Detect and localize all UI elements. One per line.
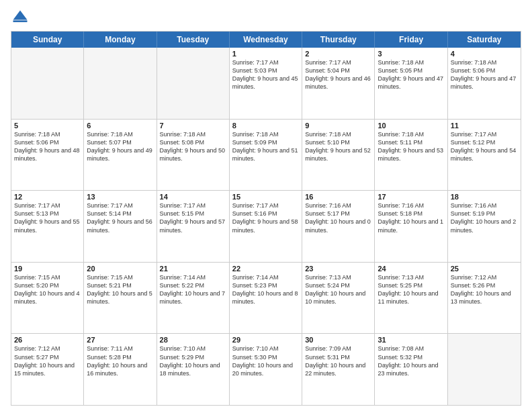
- day-info: Sunrise: 7:17 AM Sunset: 5:14 PM Dayligh…: [87, 201, 153, 234]
- day-number: 14: [160, 193, 226, 201]
- day-info: Sunrise: 7:18 AM Sunset: 5:07 PM Dayligh…: [87, 130, 153, 163]
- day-info: Sunrise: 7:17 AM Sunset: 5:13 PM Dayligh…: [14, 201, 81, 234]
- day-number: 10: [378, 122, 444, 130]
- day-cell-28: 28Sunrise: 7:10 AM Sunset: 5:29 PM Dayli…: [157, 334, 230, 405]
- calendar: SundayMondayTuesdayWednesdayThursdayFrid…: [11, 31, 521, 406]
- day-info: Sunrise: 7:10 AM Sunset: 5:30 PM Dayligh…: [232, 345, 299, 377]
- day-cell-20: 20Sunrise: 7:15 AM Sunset: 5:21 PM Dayli…: [84, 263, 157, 334]
- day-cell-26: 26Sunrise: 7:12 AM Sunset: 5:27 PM Dayli…: [11, 334, 84, 405]
- day-number: 6: [87, 122, 153, 130]
- day-cell-23: 23Sunrise: 7:13 AM Sunset: 5:24 PM Dayli…: [302, 263, 375, 334]
- day-number: 1: [232, 50, 299, 58]
- day-cell-5: 5Sunrise: 7:18 AM Sunset: 5:06 PM Daylig…: [11, 120, 84, 191]
- day-header-thursday: Thursday: [302, 32, 375, 48]
- day-number: 2: [305, 50, 371, 58]
- day-info: Sunrise: 7:15 AM Sunset: 5:20 PM Dayligh…: [14, 273, 81, 306]
- day-info: Sunrise: 7:18 AM Sunset: 5:06 PM Dayligh…: [14, 130, 81, 163]
- day-cell-9: 9Sunrise: 7:18 AM Sunset: 5:10 PM Daylig…: [302, 120, 375, 191]
- day-number: 24: [378, 265, 444, 273]
- day-info: Sunrise: 7:12 AM Sunset: 5:26 PM Dayligh…: [451, 273, 518, 306]
- week-row-1: 1Sunrise: 7:17 AM Sunset: 5:03 PM Daylig…: [11, 48, 521, 120]
- day-cell-22: 22Sunrise: 7:14 AM Sunset: 5:23 PM Dayli…: [230, 263, 302, 334]
- day-number: 29: [232, 336, 299, 344]
- day-number: 4: [451, 50, 518, 58]
- week-row-5: 26Sunrise: 7:12 AM Sunset: 5:27 PM Dayli…: [11, 334, 521, 405]
- day-info: Sunrise: 7:10 AM Sunset: 5:29 PM Dayligh…: [160, 345, 226, 377]
- day-number: 28: [160, 336, 226, 344]
- day-number: 18: [451, 193, 518, 201]
- day-header-monday: Monday: [84, 32, 157, 48]
- day-number: 27: [87, 336, 153, 344]
- calendar-body: 1Sunrise: 7:17 AM Sunset: 5:03 PM Daylig…: [11, 48, 521, 405]
- day-number: 11: [451, 122, 518, 130]
- day-info: Sunrise: 7:15 AM Sunset: 5:21 PM Dayligh…: [87, 273, 153, 306]
- day-number: 16: [305, 193, 371, 201]
- day-cell-10: 10Sunrise: 7:18 AM Sunset: 5:11 PM Dayli…: [375, 120, 447, 191]
- day-cell-1: 1Sunrise: 7:17 AM Sunset: 5:03 PM Daylig…: [230, 48, 302, 119]
- day-cell-18: 18Sunrise: 7:16 AM Sunset: 5:19 PM Dayli…: [448, 191, 521, 262]
- day-cell-31: 31Sunrise: 7:08 AM Sunset: 5:32 PM Dayli…: [375, 334, 447, 405]
- day-info: Sunrise: 7:09 AM Sunset: 5:31 PM Dayligh…: [305, 345, 371, 377]
- logo: [11, 8, 32, 27]
- svg-rect-1: [13, 20, 28, 22]
- day-header-friday: Friday: [375, 32, 447, 48]
- day-cell-3: 3Sunrise: 7:18 AM Sunset: 5:05 PM Daylig…: [375, 48, 447, 119]
- day-info: Sunrise: 7:13 AM Sunset: 5:25 PM Dayligh…: [378, 273, 444, 306]
- day-cell-6: 6Sunrise: 7:18 AM Sunset: 5:07 PM Daylig…: [84, 120, 157, 191]
- day-number: 7: [160, 122, 226, 130]
- day-header-wednesday: Wednesday: [230, 32, 302, 48]
- day-number: 26: [14, 336, 81, 344]
- day-info: Sunrise: 7:17 AM Sunset: 5:15 PM Dayligh…: [160, 201, 226, 234]
- header: [11, 8, 521, 27]
- day-number: 13: [87, 193, 153, 201]
- day-cell-13: 13Sunrise: 7:17 AM Sunset: 5:14 PM Dayli…: [84, 191, 157, 262]
- day-info: Sunrise: 7:18 AM Sunset: 5:06 PM Dayligh…: [451, 58, 518, 91]
- day-cell-19: 19Sunrise: 7:15 AM Sunset: 5:20 PM Dayli…: [11, 263, 84, 334]
- day-info: Sunrise: 7:14 AM Sunset: 5:22 PM Dayligh…: [160, 273, 226, 306]
- day-header-sunday: Sunday: [11, 32, 84, 48]
- page: SundayMondayTuesdayWednesdayThursdayFrid…: [0, 0, 532, 411]
- calendar-header: SundayMondayTuesdayWednesdayThursdayFrid…: [11, 32, 521, 48]
- day-info: Sunrise: 7:18 AM Sunset: 5:10 PM Dayligh…: [305, 130, 371, 163]
- day-info: Sunrise: 7:08 AM Sunset: 5:32 PM Dayligh…: [378, 345, 444, 377]
- empty-cell: [157, 48, 230, 119]
- day-info: Sunrise: 7:16 AM Sunset: 5:18 PM Dayligh…: [378, 201, 444, 234]
- day-header-saturday: Saturday: [448, 32, 521, 48]
- day-info: Sunrise: 7:16 AM Sunset: 5:19 PM Dayligh…: [451, 201, 518, 234]
- day-cell-29: 29Sunrise: 7:10 AM Sunset: 5:30 PM Dayli…: [230, 334, 302, 405]
- day-number: 17: [378, 193, 444, 201]
- day-info: Sunrise: 7:16 AM Sunset: 5:17 PM Dayligh…: [305, 201, 371, 234]
- day-cell-8: 8Sunrise: 7:18 AM Sunset: 5:09 PM Daylig…: [230, 120, 302, 191]
- week-row-4: 19Sunrise: 7:15 AM Sunset: 5:20 PM Dayli…: [11, 263, 521, 334]
- day-info: Sunrise: 7:17 AM Sunset: 5:04 PM Dayligh…: [305, 58, 371, 91]
- day-cell-24: 24Sunrise: 7:13 AM Sunset: 5:25 PM Dayli…: [375, 263, 447, 334]
- day-cell-7: 7Sunrise: 7:18 AM Sunset: 5:08 PM Daylig…: [157, 120, 230, 191]
- day-number: 21: [160, 265, 226, 273]
- week-row-3: 12Sunrise: 7:17 AM Sunset: 5:13 PM Dayli…: [11, 191, 521, 263]
- empty-cell: [11, 48, 84, 119]
- day-number: 31: [378, 336, 444, 344]
- day-number: 12: [14, 193, 81, 201]
- day-info: Sunrise: 7:12 AM Sunset: 5:27 PM Dayligh…: [14, 345, 81, 377]
- empty-cell: [84, 48, 157, 119]
- day-number: 3: [378, 50, 444, 58]
- day-number: 5: [14, 122, 81, 130]
- day-info: Sunrise: 7:18 AM Sunset: 5:09 PM Dayligh…: [232, 130, 299, 163]
- day-number: 9: [305, 122, 371, 130]
- day-info: Sunrise: 7:13 AM Sunset: 5:24 PM Dayligh…: [305, 273, 371, 306]
- day-cell-12: 12Sunrise: 7:17 AM Sunset: 5:13 PM Dayli…: [11, 191, 84, 262]
- day-cell-21: 21Sunrise: 7:14 AM Sunset: 5:22 PM Dayli…: [157, 263, 230, 334]
- day-cell-15: 15Sunrise: 7:17 AM Sunset: 5:16 PM Dayli…: [230, 191, 302, 262]
- day-number: 25: [451, 265, 518, 273]
- day-cell-25: 25Sunrise: 7:12 AM Sunset: 5:26 PM Dayli…: [448, 263, 521, 334]
- day-info: Sunrise: 7:17 AM Sunset: 5:16 PM Dayligh…: [232, 201, 299, 234]
- day-cell-27: 27Sunrise: 7:11 AM Sunset: 5:28 PM Dayli…: [84, 334, 157, 405]
- svg-marker-0: [13, 11, 28, 20]
- day-info: Sunrise: 7:17 AM Sunset: 5:03 PM Dayligh…: [232, 58, 299, 91]
- day-cell-30: 30Sunrise: 7:09 AM Sunset: 5:31 PM Dayli…: [302, 334, 375, 405]
- day-number: 23: [305, 265, 371, 273]
- day-number: 30: [305, 336, 371, 344]
- day-number: 19: [14, 265, 81, 273]
- day-number: 8: [232, 122, 299, 130]
- day-header-tuesday: Tuesday: [157, 32, 230, 48]
